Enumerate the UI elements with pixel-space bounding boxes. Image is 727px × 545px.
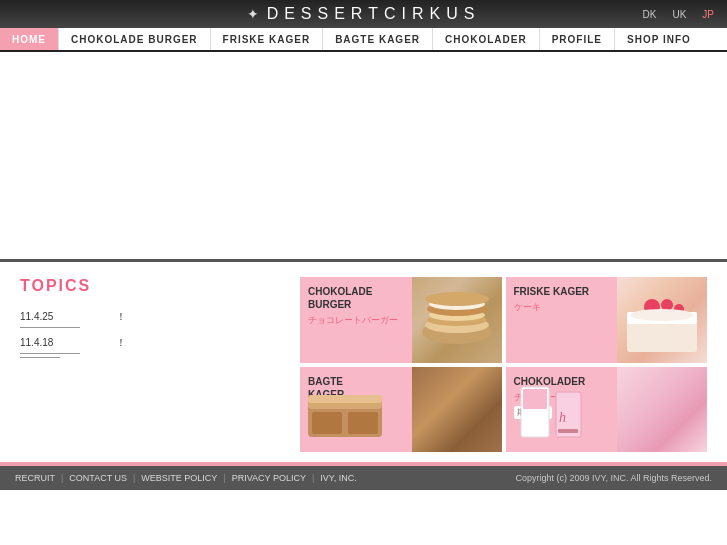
footer-sep3: | [223,473,225,483]
nav-friske-kager[interactable]: FRISKE KAGER [211,28,324,50]
topic-item-2[interactable]: 11.4.18 ！ [20,336,280,358]
footer-links: RECRUIT | CONTACT US | WEBSITE POLICY | … [15,473,357,483]
logo-icon: ✦ [247,6,259,22]
category-img-1 [412,277,502,363]
category-info-1: CHOKOLADE BURGER チョコレートバーガー [300,277,412,363]
friske-kager-image [617,277,707,363]
lang-dk[interactable]: DK [640,8,660,21]
topics-title: TOPICS [20,277,280,295]
topic-date-2: 11.4.18 [20,337,53,348]
category-card-chokolader[interactable]: CHOKOLADER チョコレート 期間限定 h [506,367,708,453]
topics-right: CHOKOLADE BURGER チョコレートバーガー [300,277,707,452]
category-img-3 [412,367,502,453]
lang-sep1 [661,8,667,21]
topic-suffix-1: ！ [116,311,126,322]
topic-divider-1 [20,327,80,328]
category-name-2: FRISKE KAGER [514,285,610,298]
lang-uk[interactable]: UK [669,8,689,21]
category-name-1: CHOKOLADE BURGER [308,285,404,311]
topic-divider-2 [20,353,80,354]
category-info-2: FRISKE KAGER ケーキ [506,277,618,363]
nav-shop-info[interactable]: SHOP INFO [615,28,703,50]
footer-ivy[interactable]: IVY, INC. [320,473,356,483]
nav-chokolade-burger[interactable]: CHOKOLADE BURGER [59,28,211,50]
footer-copyright: Copyright (c) 2009 IVY, INC. All Rights … [516,473,712,483]
footer-contact-us[interactable]: CONTACT US [69,473,127,483]
language-switcher: DK UK JP [640,8,717,21]
topic-item-1[interactable]: 11.4.25 ！ [20,310,280,328]
category-img-4: h [617,367,707,453]
bagte-kager-image [412,367,502,453]
footer-sep2: | [133,473,135,483]
banner-area [0,52,727,262]
topic-divider-3 [20,357,60,358]
lang-jp[interactable]: JP [699,8,717,21]
logo-text: DESSERTCIRKUS [267,5,481,23]
topics-left: TOPICS 11.4.25 ！ 11.4.18 ！ [20,277,280,452]
footer-privacy-policy[interactable]: PRIVACY POLICY [232,473,306,483]
lang-sep2 [691,8,697,21]
nav-chokolader[interactable]: CHOKOLADER [433,28,540,50]
svg-point-12 [630,309,694,321]
topics-section: TOPICS 11.4.25 ！ 11.4.18 ！ CHOKOLADE BUR… [0,262,727,462]
category-img-2 [617,277,707,363]
chokolader-image: h [617,367,707,453]
footer-recruit[interactable]: RECRUIT [15,473,55,483]
footer-sep1: | [61,473,63,483]
footer-website-policy[interactable]: WEBSITE POLICY [141,473,217,483]
nav-bagte-kager[interactable]: BAGTE KAGER [323,28,433,50]
footer-sep4: | [312,473,314,483]
logo-area: ✦ DESSERTCIRKUS [247,5,481,23]
nav-home[interactable]: HOME [0,28,59,50]
topic-suffix-2: ！ [116,337,126,348]
chokolade-burger-image [412,277,502,363]
site-header: ✦ DESSERTCIRKUS DK UK JP [0,0,727,28]
category-card-chokolade-burger[interactable]: CHOKOLADE BURGER チョコレートバーガー [300,277,502,363]
category-jp-1: チョコレートバーガー [308,314,404,327]
topic-date-1: 11.4.25 [20,311,53,322]
category-card-bagte-kager[interactable]: BAGTE KAGER 焼き菓子 [300,367,502,453]
category-jp-2: ケーキ [514,301,610,314]
svg-point-6 [425,292,489,306]
main-nav: HOME CHOKOLADE BURGER FRISKE KAGER BAGTE… [0,28,727,52]
site-footer: RECRUIT | CONTACT US | WEBSITE POLICY | … [0,466,727,490]
nav-profile[interactable]: PROFILE [540,28,615,50]
category-card-friske-kager[interactable]: FRISKE KAGER ケーキ [506,277,708,363]
